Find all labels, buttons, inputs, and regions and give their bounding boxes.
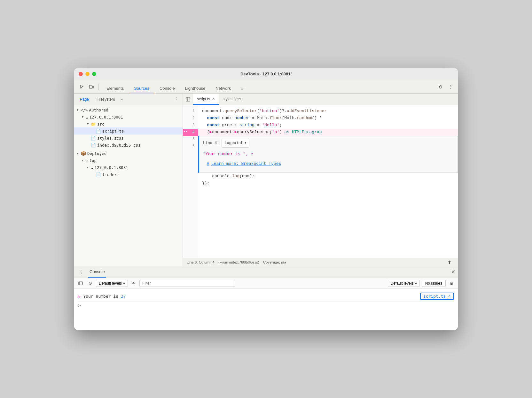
main-tab-bar: Elements Sources Console Lighthouse Netw…	[101, 80, 248, 93]
arrow-icon: ▼	[77, 152, 81, 155]
tab-elements[interactable]: Elements	[101, 84, 129, 93]
line-num-4-breakpoint[interactable]: 4	[183, 129, 198, 136]
clear-console-icon[interactable]	[77, 279, 84, 287]
code-line-4: (▶document.▶querySelector('p') as HTMLPa…	[198, 129, 458, 136]
console-source-link[interactable]: script.ts:4	[420, 293, 454, 300]
tree-index-css[interactable]: ▶ 📄 index.d9703d55.css	[74, 142, 183, 149]
main-content: Page Filesystem » ⋮ ▼ </> Authored ▼ ☁ 1…	[74, 94, 458, 266]
tab-sources[interactable]: Sources	[129, 84, 154, 93]
no-issues-button[interactable]: No Issues	[422, 280, 446, 287]
svg-rect-4	[79, 282, 82, 285]
editor-body: 1 2 3 4 5 6 document.querySelector('butt…	[183, 105, 458, 266]
tree-index[interactable]: ▶ 📄 (index)	[74, 171, 183, 178]
ban-icon[interactable]: ⊘	[86, 279, 94, 287]
format-icon[interactable]: ⬆	[445, 258, 454, 266]
console-context-label: Default levels	[99, 281, 122, 286]
svg-rect-0	[90, 85, 92, 88]
arrow-icon: ▼	[82, 115, 86, 119]
toolbar-right: ⚙ ⋮	[436, 82, 455, 91]
tab-more[interactable]: »	[236, 84, 248, 93]
editor-tab-script-ts[interactable]: script.ts ✕	[193, 94, 219, 105]
server-authored-label: 127.0.0.1:8081	[90, 115, 123, 119]
styles-scss-label: styles.scss	[97, 136, 124, 141]
default-levels-label: Default levels	[391, 281, 414, 286]
console-context-dropdown[interactable]: Default levels ▾	[96, 280, 128, 287]
code-line-3: const greet: string = 'Hello';	[198, 122, 458, 129]
editor-pane: script.ts ✕ styles.scss 1 2 3 4	[183, 94, 458, 266]
sidebar-menu-icon[interactable]: ⋮	[172, 96, 180, 102]
cursor-icon[interactable]	[77, 82, 86, 91]
tab-lighthouse[interactable]: Lighthouse	[180, 84, 211, 93]
logpoint-type-label: Logpoint	[224, 140, 243, 147]
tree-server-deployed[interactable]: ▼ ☁ 127.0.0.1:8081	[74, 164, 183, 171]
line-num-1: 1	[183, 108, 198, 115]
html-icon: </>	[81, 108, 88, 112]
tree-deployed[interactable]: ▼ 📦 Deployed	[74, 150, 183, 157]
deployed-label: Deployed	[87, 151, 106, 156]
console-gear-icon[interactable]: ⚙	[448, 279, 455, 287]
index-label: (index)	[102, 172, 119, 177]
scss-file-icon: 📄	[91, 136, 96, 141]
console-close-icon[interactable]: ✕	[451, 269, 455, 275]
arrow-icon: ▼	[87, 166, 91, 169]
close-button[interactable]	[79, 72, 83, 76]
editor-tab-close-icon[interactable]: ✕	[212, 97, 215, 101]
logpoint-header: Line 4: Logpoint ▾	[203, 139, 454, 148]
console-pane: ⋮ Console ✕ ⊘ Default levels ▾ 👁 Default…	[74, 266, 458, 330]
settings-icon[interactable]: ⚙	[436, 82, 445, 91]
tree-script-ts[interactable]: ▶ 📄 script.ts	[74, 127, 183, 134]
script-ts-label: script.ts	[102, 129, 124, 134]
console-body: ▷ Your number is 37 script.ts:4 >	[74, 289, 458, 330]
cursor-position: Line 6, Column 4	[187, 260, 215, 264]
minimize-button[interactable]	[85, 72, 90, 76]
learn-more-link[interactable]: ⊕ Learn more: Breakpoint Types	[203, 158, 454, 170]
chevron-down-icon: ▾	[244, 140, 246, 147]
circle-arrow-icon: ⊕	[207, 160, 209, 167]
index-css-label: index.d9703d55.css	[97, 143, 140, 148]
src-label: src	[97, 122, 105, 126]
tab-console[interactable]: Console	[154, 84, 180, 93]
sidebar-tab-filesystem[interactable]: Filesystem	[93, 96, 118, 103]
console-log-line: ▷ Your number is 37 script.ts:4	[78, 291, 454, 302]
cloud-icon: ☁	[86, 115, 88, 119]
line-numbers: 1 2 3 4 5 6	[183, 105, 198, 258]
console-filter-input[interactable]	[139, 280, 235, 287]
logpoint-type-dropdown[interactable]: Logpoint ▾	[222, 139, 249, 148]
line-num-5: 5	[183, 136, 198, 143]
code-line-1: document.querySelector('button')?.addEve…	[198, 108, 458, 115]
device-icon[interactable]	[87, 82, 96, 91]
logpoint-input[interactable]	[203, 150, 257, 157]
logpoint-line-label: Line 4:	[203, 140, 219, 147]
tree-server-authored[interactable]: ▼ ☁ 127.0.0.1:8081	[74, 113, 183, 120]
status-bar-right: ⬆	[445, 258, 454, 266]
maximize-button[interactable]	[92, 72, 96, 76]
tree-authored[interactable]: ▼ </> Authored	[74, 106, 183, 113]
tree-src-folder[interactable]: ▼ 📁 src	[74, 120, 183, 127]
cloud-icon-2: ☁	[91, 165, 93, 170]
sidebar-tab-page[interactable]: Page	[77, 96, 92, 103]
eye-icon[interactable]: 👁	[130, 279, 137, 287]
tab-network[interactable]: Network	[210, 84, 236, 93]
source-info: (From index.7808df6e.js)	[218, 260, 259, 264]
more-options-icon[interactable]: ⋮	[446, 82, 455, 91]
file-icon: 📄	[96, 172, 101, 177]
panel-toggle-icon[interactable]	[184, 96, 192, 103]
editor-tab-styles-scss[interactable]: styles.scss	[219, 94, 245, 105]
tree-styles-scss[interactable]: ▶ 📄 styles.scss	[74, 134, 183, 142]
main-toolbar: Elements Sources Console Lighthouse Netw…	[74, 80, 458, 94]
sidebar-tab-more[interactable]: »	[119, 97, 124, 102]
chevron-down-icon-3: ▾	[415, 281, 417, 286]
status-bar: Line 6, Column 4 (From index.7808df6e.js…	[183, 258, 458, 266]
box-icon: ☐	[86, 158, 88, 163]
window-controls	[79, 72, 96, 76]
tree-top[interactable]: ▼ ☐ top	[74, 157, 183, 164]
console-menu-icon[interactable]: ⋮	[77, 268, 86, 277]
code-line-6: });	[198, 180, 458, 187]
sidebar: Page Filesystem » ⋮ ▼ </> Authored ▼ ☁ 1…	[74, 94, 183, 266]
cube-icon: 📦	[81, 151, 86, 156]
svg-rect-1	[92, 86, 94, 88]
editor-tab-bar: script.ts ✕ styles.scss	[183, 94, 458, 105]
authored-label: Authored	[89, 108, 108, 112]
default-levels-dropdown[interactable]: Default levels ▾	[388, 280, 420, 287]
arrow-icon: ▼	[77, 108, 81, 111]
